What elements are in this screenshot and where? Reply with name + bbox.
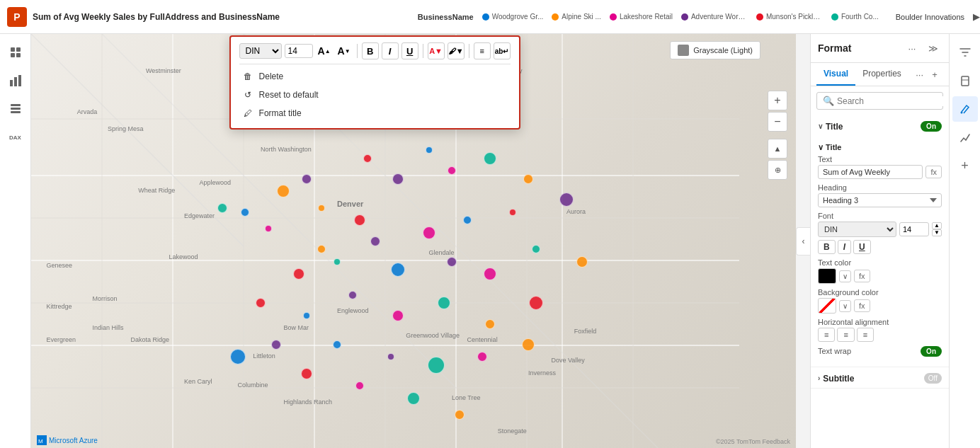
fill-color-btn[interactable]: 🖌▼	[448, 42, 465, 59]
title-section-header[interactable]: ∨ Title On	[811, 115, 949, 136]
map-label-genesee: Genesee	[47, 262, 73, 269]
pages-icon[interactable]	[3, 40, 28, 65]
text-color-label: Text color	[818, 258, 942, 267]
tab-visual[interactable]: Visual	[816, 63, 855, 86]
heading-select[interactable]: Heading 3 Heading 1 Heading 2	[818, 193, 942, 207]
zoom-out-btn[interactable]: −	[768, 112, 787, 132]
bold-format-btn[interactable]: B	[818, 240, 836, 254]
align-row: Horizontal alignment ≡ ≡ ≡	[818, 318, 942, 342]
search-input[interactable]	[837, 96, 943, 106]
main-area: DAX	[0, 34, 980, 448]
expand-btn[interactable]: ≫	[925, 40, 942, 57]
italic-format-btn[interactable]: I	[838, 240, 851, 254]
visuals-icon[interactable]	[3, 68, 28, 93]
data-icon[interactable]	[3, 96, 28, 122]
spinner-up[interactable]: ▲	[932, 222, 942, 229]
footer-copy: ©2025 TomTom Feedback	[716, 438, 790, 445]
bold-btn[interactable]: B	[362, 42, 379, 59]
align-btn[interactable]: ≡	[474, 42, 491, 59]
font-grow-btn[interactable]: A▲	[316, 42, 333, 59]
analytics-icon[interactable]	[952, 125, 978, 150]
add-btn[interactable]: +	[926, 66, 943, 83]
bookmark-icon[interactable]	[952, 68, 978, 93]
expand-icon[interactable]: ▶	[973, 11, 980, 22]
collapse-panel-btn[interactable]: ‹	[796, 227, 810, 255]
subtitle-section-label: Subtitle	[823, 374, 854, 384]
panel-header: Format ··· ≫	[811, 34, 949, 63]
tab-properties[interactable]: Properties	[855, 63, 908, 86]
map-dot	[265, 225, 272, 232]
heading-field-control: Heading 3 Heading 1 Heading 2	[818, 193, 942, 207]
delete-menu-item[interactable]: 🗑 Delete	[239, 67, 511, 86]
map-label-kencaryl: Ken Caryl	[184, 378, 212, 385]
wrap-btn[interactable]: ab↵	[494, 42, 511, 59]
textwrap-toggle[interactable]: On	[921, 346, 942, 357]
format-title-icon: 🖊	[242, 108, 253, 119]
map-label-inverness: Inverness	[528, 369, 556, 377]
text-field-label: Text	[818, 155, 942, 163]
map-area: Westminster Thornton Sherrelwood Welby D…	[31, 34, 796, 448]
bg-color-fx-btn[interactable]: fx	[854, 299, 870, 312]
map-dot	[522, 338, 535, 351]
align-right-btn[interactable]: ≡	[857, 328, 874, 342]
map-dot	[426, 147, 433, 154]
north-btn[interactable]: ▲	[768, 139, 787, 159]
more-options-btn[interactable]: ···	[904, 40, 921, 57]
text-color-fx-btn[interactable]: fx	[854, 270, 870, 282]
text-input[interactable]	[818, 165, 923, 179]
panel-scroll: ∨ Title On ∨ Title Text fx	[811, 115, 949, 448]
bg-color-swatch[interactable]	[818, 298, 836, 314]
font-shrink-btn[interactable]: A▼	[336, 42, 353, 59]
font-select[interactable]: DIN	[239, 43, 282, 59]
font-size-input[interactable]	[285, 44, 313, 58]
legend-dot-6	[831, 13, 838, 21]
format-paintbrush-icon[interactable]	[952, 96, 978, 122]
font-size-input[interactable]	[899, 222, 929, 236]
italic-btn[interactable]: I	[382, 42, 399, 59]
textwrap-row: Text wrap On	[818, 346, 942, 357]
legend-label: BusinessName	[418, 13, 474, 21]
title-toggle[interactable]: On	[921, 121, 942, 132]
map-dot	[529, 296, 543, 310]
map-label-highlandsranch: Highlands Ranch	[283, 398, 332, 406]
legend-dot-3	[610, 13, 617, 21]
subtitle-section-header[interactable]: › Subtitle Off	[811, 367, 949, 388]
delete-label: Delete	[259, 71, 284, 81]
svg-rect-1	[16, 47, 21, 52]
svg-rect-5	[14, 77, 17, 86]
bg-color-chevron[interactable]: ∨	[839, 300, 851, 312]
align-left-btn[interactable]: ≡	[818, 328, 835, 342]
map-dot	[230, 349, 246, 364]
legend-label-5: Munson's Pickles ...	[766, 13, 823, 21]
zoom-in-btn[interactable]: +	[768, 91, 787, 110]
filter-icon[interactable]	[952, 40, 978, 65]
text-color-swatch[interactable]	[818, 268, 836, 284]
font-name-select[interactable]: DIN	[818, 222, 896, 237]
subtitle-toggle[interactable]: Off	[924, 373, 942, 384]
map-label-arvada: Arvada	[77, 108, 98, 115]
font-color-btn[interactable]: A▼	[428, 42, 445, 59]
map-label-northwashington: North Washington	[261, 146, 312, 153]
map-dot	[363, 154, 372, 163]
spinner-down[interactable]: ▼	[932, 229, 942, 236]
tab-more[interactable]: ···	[916, 69, 923, 80]
dax-icon[interactable]: DAX	[3, 125, 28, 150]
add-visual-icon[interactable]: +	[952, 153, 978, 178]
map-label-morrison: Morrison	[92, 295, 117, 302]
align-center-btn[interactable]: ≡	[837, 328, 854, 342]
svg-rect-3	[16, 53, 21, 57]
map-label-dovevalley: Dove Valley	[551, 357, 584, 364]
underline-btn[interactable]: U	[401, 42, 418, 59]
format-title-menu-item[interactable]: 🖊 Format title	[239, 104, 511, 122]
text-color-chevron[interactable]: ∨	[839, 270, 851, 282]
map-label-springmesa: Spring Mesa	[108, 125, 144, 132]
map-dot	[217, 203, 227, 213]
reset-menu-item[interactable]: ↺ Reset to default	[239, 86, 511, 104]
location-btn[interactable]: ⊕	[768, 160, 787, 180]
underline-format-btn[interactable]: U	[853, 240, 871, 254]
svg-text:M: M	[38, 438, 43, 444]
map-dot	[334, 258, 341, 265]
floating-toolbar: DIN A▲ A▼ B I U A▼ 🖌▼ ≡ ab↵	[229, 35, 520, 130]
text-fx-btn[interactable]: fx	[925, 166, 942, 178]
map-label-columbine: Columbine	[238, 381, 268, 389]
